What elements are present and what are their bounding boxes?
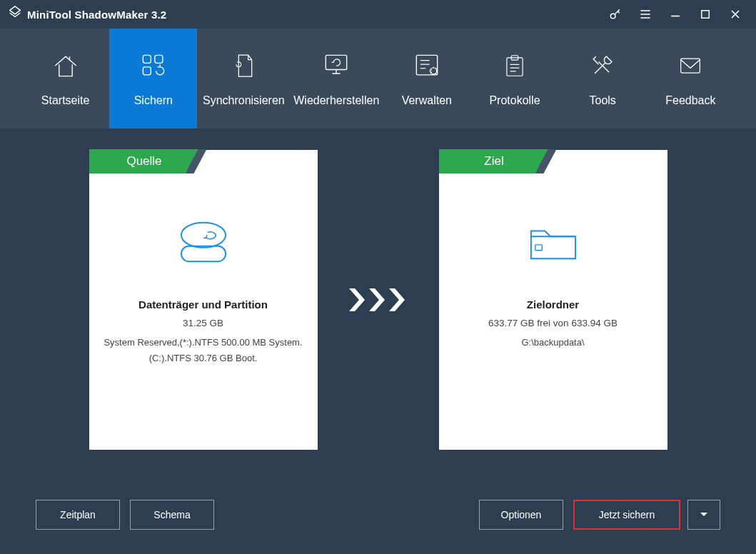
- menu-icon[interactable]: [630, 0, 660, 29]
- source-title: Datenträger und Partition: [138, 298, 268, 311]
- nav-label-restore: Wiederherstellen: [293, 94, 379, 107]
- nav-restore[interactable]: Wiederherstellen: [290, 29, 383, 129]
- destination-tab: Ziel: [439, 149, 550, 173]
- manage-icon: [411, 50, 443, 81]
- nav-label-home: Startseite: [41, 94, 90, 107]
- svg-rect-13: [535, 245, 542, 251]
- svg-rect-10: [681, 59, 700, 73]
- folder-icon: [524, 217, 583, 270]
- nav-tools[interactable]: Tools: [559, 29, 647, 129]
- svg-rect-8: [507, 58, 523, 76]
- svg-point-12: [181, 223, 225, 248]
- destination-path: G:\backupdata\: [521, 336, 584, 350]
- minimize-icon[interactable]: [660, 0, 690, 29]
- svg-rect-1: [702, 11, 710, 19]
- nav-home[interactable]: Startseite: [21, 29, 109, 129]
- svg-rect-6: [416, 55, 437, 74]
- nav-label-sync: Synchronisieren: [203, 94, 285, 107]
- mail-icon: [675, 50, 706, 81]
- titlebar: MiniTool ShadowMaker 3.2: [0, 0, 756, 29]
- source-tab: Quelle: [89, 149, 200, 173]
- grid-refresh-icon: [138, 50, 169, 81]
- home-icon: [50, 50, 81, 81]
- destination-free: 633.77 GB frei von 633.94 GB: [488, 318, 618, 328]
- close-icon[interactable]: [720, 0, 750, 29]
- svg-rect-3: [155, 55, 163, 63]
- nav-manage[interactable]: Verwalten: [383, 29, 470, 129]
- options-button[interactable]: Optionen: [479, 500, 563, 530]
- app-title: MiniTool ShadowMaker 3.2: [27, 9, 166, 21]
- scheme-button[interactable]: Schema: [130, 500, 214, 530]
- nav-label-backup: Sichern: [134, 94, 173, 107]
- caret-down-icon: [700, 512, 708, 518]
- nav-label-feedback: Feedback: [665, 94, 715, 107]
- nav-backup[interactable]: Sichern: [109, 29, 197, 129]
- file-sync-icon: [229, 50, 258, 81]
- source-detail-1: System Reserved,(*:).NTFS 500.00 MB Syst…: [104, 336, 302, 350]
- navbar: Startseite Sichern Synchronisieren Wiede…: [0, 29, 756, 129]
- nav-sync[interactable]: Synchronisieren: [197, 29, 290, 129]
- schedule-button[interactable]: Zeitplan: [36, 500, 120, 530]
- app-logo-icon: [7, 5, 23, 24]
- nav-label-manage: Verwalten: [402, 94, 452, 107]
- bottom-bar: Zeitplan Schema Optionen Jetzt sichern: [0, 485, 756, 530]
- workspace: Quelle Datenträger und Partition 31.25 G…: [0, 129, 756, 485]
- maximize-icon[interactable]: [690, 0, 720, 29]
- destination-title: Zielordner: [527, 298, 579, 311]
- disk-icon: [176, 217, 231, 270]
- restore-icon: [320, 50, 353, 81]
- nav-feedback[interactable]: Feedback: [647, 29, 735, 129]
- backup-now-dropdown[interactable]: [687, 500, 720, 530]
- key-icon[interactable]: [600, 0, 630, 29]
- source-detail-2: (C:).NTFS 30.76 GB Boot.: [149, 351, 258, 366]
- clipboard-icon: [501, 50, 528, 81]
- svg-rect-5: [326, 55, 347, 69]
- tools-icon: [587, 50, 618, 81]
- svg-point-0: [610, 14, 615, 19]
- nav-label-logs: Protokolle: [489, 94, 540, 107]
- destination-panel[interactable]: Ziel Zielordner 633.77 GB frei von 633.9…: [439, 150, 667, 450]
- backup-now-button[interactable]: Jetzt sichern: [573, 500, 680, 530]
- nav-logs[interactable]: Protokolle: [470, 29, 558, 129]
- nav-label-tools: Tools: [590, 94, 616, 107]
- svg-rect-4: [143, 67, 151, 75]
- source-size: 31.25 GB: [183, 318, 223, 328]
- svg-rect-2: [143, 55, 151, 63]
- svg-rect-11: [181, 246, 225, 261]
- arrow-icon: [346, 150, 410, 450]
- source-panel[interactable]: Quelle Datenträger und Partition 31.25 G…: [89, 150, 318, 450]
